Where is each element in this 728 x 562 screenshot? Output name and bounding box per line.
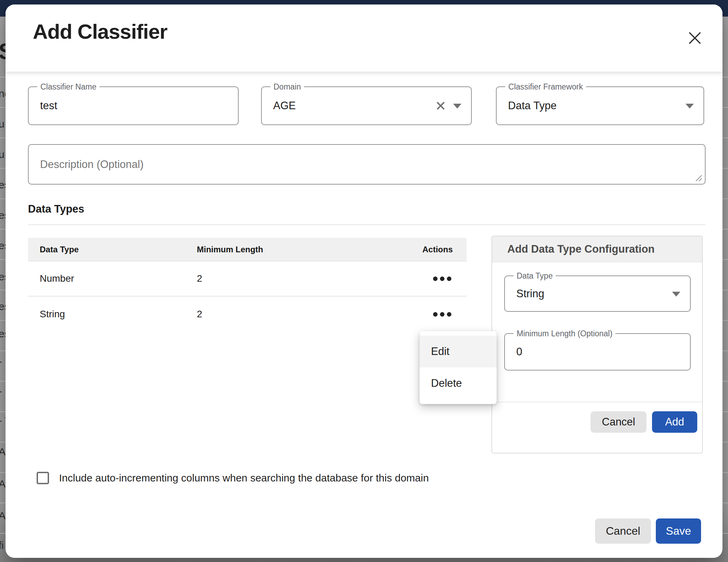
background-text-fragment: fi — [0, 540, 4, 551]
section-divider — [28, 224, 706, 225]
panel-minimum-length-label: Minimum Length (Optional) — [514, 329, 615, 338]
more-options-icon — [433, 312, 438, 317]
panel-minimum-length-field[interactable]: Minimum Length (Optional) 0 — [504, 333, 691, 371]
dialog-header: Add Classifier — [6, 4, 722, 72]
classifier-name-label: Classifier Name — [37, 82, 99, 92]
auto-increment-option: Include auto-incrementing columns when s… — [37, 472, 429, 484]
data-types-table: Data Type Minimum Length Actions Number … — [28, 238, 467, 332]
chevron-down-icon[interactable] — [672, 292, 680, 297]
cell-data-type: Number — [28, 273, 197, 284]
cell-minimum-length: 2 — [197, 273, 387, 284]
data-types-heading: Data Types — [28, 203, 84, 215]
add-classifier-dialog: Add Classifier Classifier Name test Doma… — [6, 4, 722, 558]
clear-selection-icon[interactable] — [436, 101, 446, 111]
panel-title: Add Data Type Configuration — [507, 243, 655, 255]
row-actions-menu-button[interactable] — [432, 274, 453, 284]
cell-data-type: String — [28, 309, 197, 320]
panel-data-type-label: Data Type — [514, 271, 556, 281]
table-row: Number 2 — [28, 261, 467, 297]
classifier-framework-label: Classifier Framework — [505, 82, 586, 92]
background-row-dividers — [722, 77, 728, 540]
add-data-type-configuration-panel: Add Data Type Configuration Data Type St… — [491, 236, 703, 453]
close-icon — [687, 30, 702, 46]
domain-select[interactable]: Domain AGE — [261, 86, 472, 125]
panel-cancel-button[interactable]: Cancel — [591, 411, 646, 433]
panel-data-type-value: String — [516, 288, 544, 300]
column-header-minimum-length: Minimum Length — [197, 245, 387, 254]
auto-increment-checkbox[interactable] — [37, 472, 49, 484]
panel-divider — [492, 402, 702, 402]
classifier-framework-select[interactable]: Classifier Framework Data Type — [496, 86, 704, 125]
description-textarea[interactable]: Description (Optional) — [28, 144, 706, 185]
panel-data-type-select[interactable]: Data Type String — [504, 275, 691, 312]
cancel-button[interactable]: Cancel — [595, 518, 651, 544]
dialog-footer: Cancel Save — [595, 518, 701, 544]
chevron-down-icon[interactable] — [686, 104, 694, 109]
dialog-title: Add Classifier — [33, 20, 167, 44]
classifier-framework-value: Data Type — [508, 100, 557, 112]
classifier-name-value: test — [40, 100, 57, 112]
chevron-down-icon[interactable] — [453, 104, 461, 109]
auto-increment-label: Include auto-incrementing columns when s… — [59, 472, 429, 484]
save-button[interactable]: Save — [656, 518, 701, 544]
classifier-name-field[interactable]: Classifier Name test — [28, 86, 239, 125]
panel-add-button[interactable]: Add — [652, 411, 697, 433]
domain-label: Domain — [270, 82, 304, 92]
panel-header: Add Data Type Configuration — [492, 236, 702, 262]
menu-item-delete[interactable]: Delete — [420, 367, 497, 399]
resize-handle-icon[interactable] — [695, 174, 702, 181]
column-header-data-type: Data Type — [28, 245, 197, 254]
menu-item-edit[interactable]: Edit — [420, 336, 497, 367]
more-options-icon — [433, 277, 438, 281]
column-header-actions: Actions — [387, 245, 467, 254]
panel-minimum-length-value: 0 — [516, 346, 522, 358]
domain-value: AGE — [273, 100, 296, 112]
table-row: String 2 — [28, 297, 467, 332]
cell-minimum-length: 2 — [197, 309, 387, 320]
description-placeholder: Description (Optional) — [40, 158, 144, 171]
table-header-row: Data Type Minimum Length Actions — [28, 238, 467, 261]
row-actions-menu-button[interactable] — [432, 309, 453, 319]
row-actions-menu: Edit Delete — [420, 331, 497, 404]
close-button[interactable] — [687, 30, 702, 46]
